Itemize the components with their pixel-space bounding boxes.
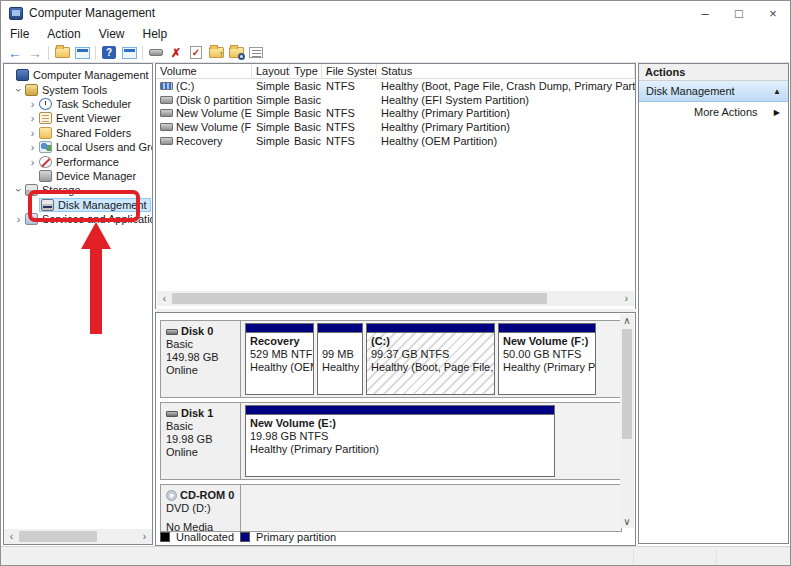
tree-horizontal-scrollbar[interactable]: ‹ › xyxy=(4,529,152,544)
disk-1-header[interactable]: Disk 1 Basic 19.98 GB Online xyxy=(161,403,241,479)
column-layout[interactable]: Layout xyxy=(252,64,290,78)
chevron-right-icon[interactable] xyxy=(26,112,39,124)
minimize-button[interactable]: – xyxy=(688,1,722,25)
close-button[interactable]: × xyxy=(756,1,790,25)
disk-kind: Basic xyxy=(166,420,235,433)
primary-partition-bar xyxy=(318,324,362,333)
actions-group-disk-management[interactable]: Disk Management ▲ xyxy=(639,81,788,102)
scrollbar-thumb[interactable] xyxy=(622,329,632,439)
scrollbar-thumb[interactable] xyxy=(172,293,547,304)
forward-button[interactable]: → xyxy=(25,44,45,62)
forward-icon: → xyxy=(28,45,42,61)
column-volume[interactable]: Volume xyxy=(156,64,252,78)
scroll-left-icon[interactable]: ‹ xyxy=(157,291,172,306)
disk-0-row: Disk 0 Basic 149.98 GB Online Recovery 5… xyxy=(160,320,622,398)
chevron-right-icon[interactable] xyxy=(26,98,39,110)
actions-panel: Actions Disk Management ▲ More Actions ▶ xyxy=(638,63,789,544)
primary-partition-bar xyxy=(367,324,494,333)
disk-state: Online xyxy=(166,364,235,377)
scroll-right-icon[interactable]: › xyxy=(137,529,152,544)
show-actions-pane-button[interactable] xyxy=(119,44,139,62)
chevron-down-icon[interactable] xyxy=(12,84,25,96)
chevron-right-icon[interactable] xyxy=(26,141,39,153)
chevron-right-icon[interactable] xyxy=(26,127,39,139)
help-icon: ? xyxy=(102,46,116,59)
menu-help[interactable]: Help xyxy=(134,27,177,41)
cdrom-0-header[interactable]: CD-ROM 0 DVD (D:) No Media xyxy=(161,485,241,531)
back-button[interactable]: ← xyxy=(5,44,25,62)
tree-item-shared-folders[interactable]: Shared Folders xyxy=(4,126,152,140)
table-row[interactable]: Recovery Simple Basic NTFS Healthy (OEM … xyxy=(156,134,635,148)
window-title: Computer Management xyxy=(29,6,155,20)
tree-item-system-tools[interactable]: System Tools xyxy=(4,82,152,96)
statusbar-separator xyxy=(633,549,634,565)
open-folder-button[interactable]: ↑ xyxy=(206,44,226,62)
check-icon: ✓ xyxy=(190,46,202,59)
toolbar-separator xyxy=(95,46,96,60)
chevron-down-icon[interactable] xyxy=(12,184,25,196)
disk-1-row: Disk 1 Basic 19.98 GB Online New Volume … xyxy=(160,402,622,480)
statusbar-separator xyxy=(716,549,717,565)
volume-horizontal-scrollbar[interactable]: ‹ › xyxy=(157,291,634,306)
annotation-arrow-shaft xyxy=(90,247,102,334)
menu-file[interactable]: File xyxy=(1,27,38,41)
table-row[interactable]: New Volume (F:) Simple Basic NTFS Health… xyxy=(156,120,635,134)
partition-c-selected[interactable]: (C:) 99.37 GB NTFS Healthy (Boot, Page F… xyxy=(366,323,495,395)
tree-item-performance[interactable]: Performance xyxy=(4,154,152,168)
annotation-arrow-head xyxy=(81,222,111,249)
show-console-tree-button[interactable] xyxy=(52,44,72,62)
back-icon: ← xyxy=(8,45,22,61)
table-row[interactable]: (C:) Simple Basic NTFS Healthy (Boot, Pa… xyxy=(156,79,635,93)
submenu-arrow-icon: ▶ xyxy=(774,108,780,117)
disk-vertical-scrollbar[interactable]: ∧ ∨ xyxy=(620,314,634,528)
maximize-button[interactable]: □ xyxy=(722,1,756,25)
scrollbar-thumb[interactable] xyxy=(19,531,97,542)
system-tools-icon xyxy=(25,84,38,96)
shared-folders-icon xyxy=(39,127,52,139)
disk-kind: Basic xyxy=(166,338,235,351)
scroll-up-icon[interactable]: ∧ xyxy=(620,314,634,327)
partition-recovery[interactable]: Recovery 529 MB NTFS Healthy (OEM xyxy=(245,323,314,395)
partition-efi[interactable]: 99 MB Healthy ( xyxy=(317,323,363,395)
tree-item-device-manager[interactable]: Device Manager xyxy=(4,169,152,183)
more-actions-item[interactable]: More Actions ▶ xyxy=(639,102,788,122)
partition-e[interactable]: New Volume (E:) 19.98 GB NTFS Healthy (P… xyxy=(245,405,555,477)
disk-0-header[interactable]: Disk 0 Basic 149.98 GB Online xyxy=(161,321,241,397)
scroll-left-icon[interactable]: ‹ xyxy=(4,529,19,544)
column-status[interactable]: Status xyxy=(377,64,635,78)
partition-legend: Unallocated Primary partition xyxy=(160,530,336,543)
actions-header: Actions xyxy=(639,64,788,81)
tree-item-event-viewer[interactable]: Event Viewer xyxy=(4,111,152,125)
window-icon xyxy=(75,47,90,59)
column-file-system[interactable]: File System xyxy=(322,64,377,78)
primary-partition-bar xyxy=(246,406,554,415)
chevron-right-icon[interactable] xyxy=(12,213,25,225)
collapse-icon[interactable]: ▲ xyxy=(773,87,781,96)
tree-item-computer-management[interactable]: Computer Management (Local xyxy=(4,68,152,82)
device-manager-icon xyxy=(39,170,52,182)
partition-f[interactable]: New Volume (F:) 50.00 GB NTFS Healthy (P… xyxy=(498,323,596,395)
scroll-down-icon[interactable]: ∨ xyxy=(620,515,634,528)
console-window-button[interactable] xyxy=(72,44,92,62)
check-disk-button[interactable]: ✓ xyxy=(186,44,206,62)
tree-item-task-scheduler[interactable]: Task Scheduler xyxy=(4,97,152,111)
table-row[interactable]: (Disk 0 partition 2) Simple Basic Health… xyxy=(156,93,635,107)
menu-view[interactable]: View xyxy=(90,27,134,41)
primary-partition-bar xyxy=(499,324,595,333)
disk-icon xyxy=(166,411,178,417)
chevron-right-icon[interactable] xyxy=(26,156,39,168)
menu-action[interactable]: Action xyxy=(38,27,89,41)
properties-button[interactable] xyxy=(246,44,266,62)
tree-item-local-users-groups[interactable]: Local Users and Groups xyxy=(4,140,152,154)
find-folder-button[interactable] xyxy=(226,44,246,62)
help-button[interactable]: ? xyxy=(99,44,119,62)
detach-button[interactable] xyxy=(146,44,166,62)
delete-button[interactable]: ✗ xyxy=(166,44,186,62)
volume-icon xyxy=(160,123,173,131)
volume-icon xyxy=(160,96,173,104)
toolbar-separator xyxy=(48,46,49,60)
column-type[interactable]: Type xyxy=(290,64,322,78)
disk-1-partitions: New Volume (E:) 19.98 GB NTFS Healthy (P… xyxy=(241,403,621,479)
scroll-right-icon[interactable]: › xyxy=(619,291,634,306)
table-row[interactable]: New Volume (E:) Simple Basic NTFS Health… xyxy=(156,107,635,121)
